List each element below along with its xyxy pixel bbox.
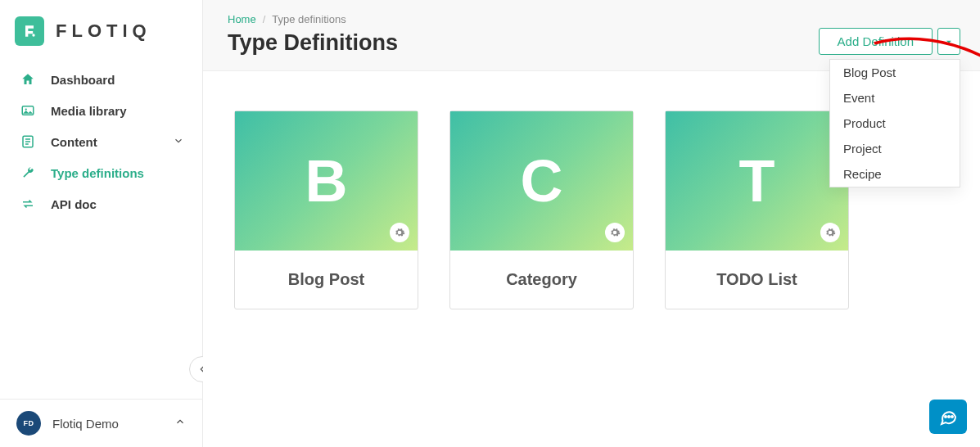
user-name: Flotiq Demo <box>52 417 119 431</box>
svg-point-5 <box>948 416 950 418</box>
card-letter: C <box>521 147 563 214</box>
user-menu[interactable]: FD Flotiq Demo <box>0 399 202 447</box>
dropdown-item-blog-post[interactable]: Blog Post <box>830 60 960 85</box>
card-settings-button[interactable] <box>605 223 625 242</box>
sidebar-item-api-doc[interactable]: API doc <box>0 188 202 219</box>
svg-point-6 <box>951 416 953 418</box>
sidebar-item-label: Content <box>51 135 97 149</box>
add-definition-dropdown: Blog Post Event Product Project Recipe <box>829 59 960 187</box>
card-header: B <box>235 111 418 251</box>
caret-down-icon <box>945 38 953 46</box>
card-label: TODO List <box>666 251 848 309</box>
type-card-blog-post[interactable]: B Blog Post <box>234 111 418 309</box>
card-header: T <box>666 111 848 251</box>
type-card-todo-list[interactable]: T TODO List <box>665 111 849 309</box>
sidebar-nav: Dashboard Media library Content <box>0 64 202 219</box>
sidebar-item-label: Media library <box>51 104 127 118</box>
svg-point-2 <box>25 108 27 110</box>
sidebar-item-label: API doc <box>51 197 97 211</box>
type-card-category[interactable]: C Category <box>449 111 634 309</box>
sidebar-item-label: Dashboard <box>51 73 115 87</box>
card-header: C <box>450 111 633 251</box>
sidebar-item-dashboard[interactable]: Dashboard <box>0 64 202 95</box>
add-definition-button[interactable]: Add Definition <box>819 28 933 55</box>
breadcrumb-home[interactable]: Home <box>228 13 256 25</box>
topbar: Home / Type definitions Type Definitions… <box>203 0 980 71</box>
sidebar-item-media[interactable]: Media library <box>0 95 202 126</box>
add-definition-group: Add Definition <box>819 28 960 55</box>
home-icon <box>20 72 36 87</box>
dropdown-item-event[interactable]: Event <box>830 85 960 111</box>
dropdown-item-recipe[interactable]: Recipe <box>830 161 960 187</box>
sidebar-item-type-definitions[interactable]: Type definitions <box>0 157 202 188</box>
sidebar: FLOTIQ Dashboard Media library Content <box>0 0 203 447</box>
image-icon <box>20 103 36 118</box>
gear-icon <box>609 227 621 238</box>
sidebar-item-label: Type definitions <box>51 166 144 180</box>
svg-point-0 <box>32 34 34 36</box>
gear-icon <box>824 227 836 238</box>
card-settings-button[interactable] <box>390 223 409 242</box>
breadcrumb-separator: / <box>263 13 266 25</box>
logo[interactable]: FLOTIQ <box>0 0 202 64</box>
dropdown-item-project[interactable]: Project <box>830 136 960 161</box>
wrench-icon <box>20 165 36 180</box>
chat-button[interactable] <box>929 400 967 434</box>
gear-icon <box>394 227 405 238</box>
chevron-up-icon <box>174 416 186 431</box>
chat-icon <box>938 407 958 427</box>
card-label: Blog Post <box>235 251 418 309</box>
avatar: FD <box>16 411 41 436</box>
breadcrumb-current: Type definitions <box>272 13 345 25</box>
swap-icon <box>20 196 36 211</box>
card-letter: T <box>739 147 775 214</box>
main-content: Home / Type definitions Type Definitions… <box>203 0 980 447</box>
card-letter: B <box>305 147 348 214</box>
card-settings-button[interactable] <box>820 223 840 242</box>
breadcrumb: Home / Type definitions <box>228 13 955 25</box>
sidebar-item-content[interactable]: Content <box>0 126 202 157</box>
svg-point-4 <box>945 416 946 418</box>
card-label: Category <box>450 251 633 309</box>
dropdown-item-product[interactable]: Product <box>830 111 960 136</box>
chevron-down-icon <box>173 135 184 149</box>
logo-mark-icon <box>15 16 44 46</box>
logo-text: FLOTIQ <box>56 20 151 42</box>
doc-icon <box>20 134 36 149</box>
add-definition-caret-button[interactable] <box>937 28 960 55</box>
